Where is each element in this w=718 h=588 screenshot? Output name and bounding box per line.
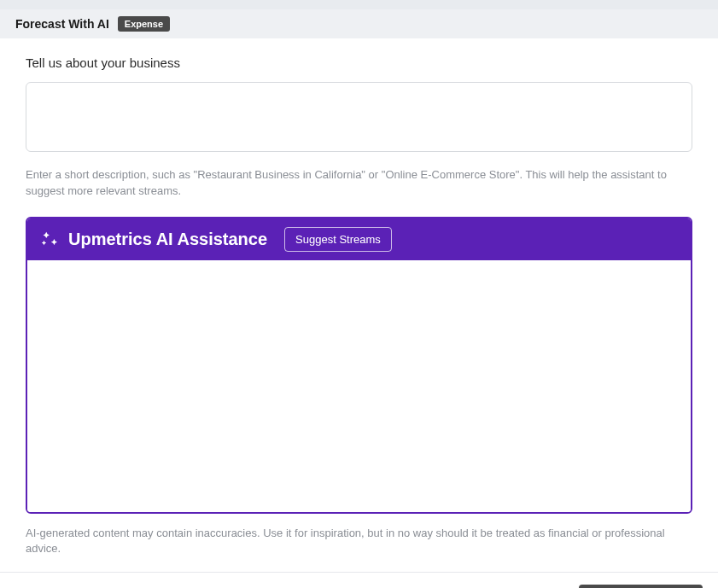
ai-panel-title: Upmetrics AI Assistance	[68, 230, 267, 249]
magic-wand-icon	[39, 230, 58, 248]
dialog-footer: Close Create Streams	[0, 572, 718, 588]
create-streams-button[interactable]: Create Streams	[579, 585, 703, 588]
ai-disclaimer-text: AI-generated content may contain inaccur…	[26, 526, 692, 556]
business-label: Tell us about your business	[26, 55, 692, 70]
dialog-content: Tell us about your business Enter a shor…	[0, 38, 718, 565]
window-top-bar	[0, 0, 718, 9]
business-description-input[interactable]	[26, 82, 692, 152]
suggest-streams-button[interactable]: Suggest Streams	[284, 227, 392, 252]
ai-panel-header: Upmetrics AI Assistance Suggest Streams	[27, 218, 691, 260]
dialog-title: Forecast With AI	[15, 17, 109, 31]
ai-panel-body	[27, 260, 691, 512]
dialog-header: Forecast With AI Expense	[0, 9, 718, 38]
close-button[interactable]: Close	[504, 585, 567, 588]
business-helper-text: Enter a short description, such as "Rest…	[26, 167, 683, 200]
ai-assistance-panel: Upmetrics AI Assistance Suggest Streams	[26, 217, 692, 514]
expense-badge: Expense	[118, 16, 170, 32]
